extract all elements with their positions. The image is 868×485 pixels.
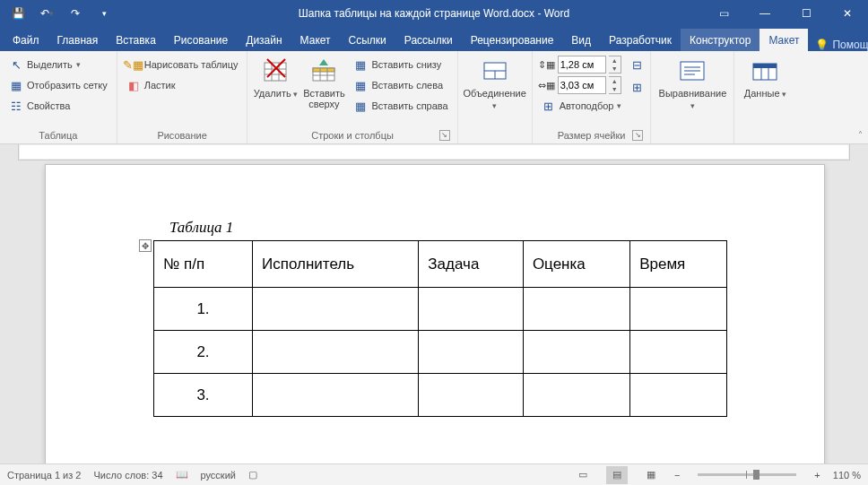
properties-button[interactable]: ☷Свойства: [5, 96, 111, 116]
col-width-input[interactable]: ⇔▦▲▼: [538, 75, 626, 95]
view-gridlines-button[interactable]: ▦Отобразить сетку: [5, 75, 111, 95]
table-header-cell[interactable]: № п/п: [154, 241, 253, 288]
zoom-level[interactable]: 110 %: [833, 470, 861, 481]
redo-button[interactable]: ↷: [65, 3, 86, 24]
macro-record-icon: ▢: [248, 469, 257, 481]
row-height-spinner[interactable]: ▲▼: [609, 56, 621, 74]
insert-above-button[interactable]: Вставить сверху: [301, 55, 346, 128]
cursor-icon: ↖: [9, 57, 23, 72]
status-bar: Страница 1 из 2 Число слов: 34 📖 русский…: [0, 463, 868, 485]
undo-button[interactable]: ↶: [36, 3, 57, 24]
zoom-slider-thumb[interactable]: [753, 470, 760, 480]
table-cell[interactable]: [523, 288, 629, 331]
macro-status[interactable]: ▢: [248, 469, 257, 481]
table-cell[interactable]: 2.: [154, 331, 253, 374]
maximize-button[interactable]: ☐: [786, 0, 827, 27]
tab-mailings[interactable]: Рассылки: [395, 29, 462, 51]
table-cell[interactable]: [630, 288, 727, 331]
svg-rect-21: [753, 64, 777, 68]
tab-table-layout[interactable]: Макет: [760, 29, 808, 51]
eraser-button[interactable]: ◧Ластик: [123, 75, 242, 95]
table-header-cell[interactable]: Исполнитель: [253, 241, 419, 288]
tell-me-search[interactable]: 💡 Помощн: [808, 39, 868, 51]
table-cell[interactable]: [253, 331, 419, 374]
alignment-button[interactable]: Выравнивание: [656, 55, 728, 139]
data-button[interactable]: Данные: [740, 55, 790, 139]
row-height-input[interactable]: ⇕▦▲▼: [538, 55, 626, 74]
table-row[interactable]: 3.: [154, 374, 727, 417]
document-table[interactable]: № п/п Исполнитель Задача Оценка Время 1.…: [153, 240, 727, 417]
tab-review[interactable]: Рецензирование: [462, 29, 563, 51]
title-bar: 💾 ↶ ↷ ▾ Шапка таблицы на каждой странице…: [0, 0, 868, 27]
web-layout-view-button[interactable]: ▦: [640, 466, 662, 484]
zoom-slider[interactable]: [698, 473, 796, 476]
table-cell[interactable]: [253, 374, 419, 417]
tab-layout[interactable]: Макет: [291, 29, 340, 51]
spellcheck-status[interactable]: 📖: [176, 469, 188, 481]
page-number-status[interactable]: Страница 1 из 2: [7, 470, 81, 481]
autofit-button[interactable]: ⊞Автоподбор: [538, 96, 626, 116]
draw-table-button[interactable]: ✎▦Нарисовать таблицу: [123, 55, 242, 74]
table-cell[interactable]: 1.: [154, 288, 253, 331]
table-header-cell[interactable]: Время: [630, 241, 727, 288]
group-alignment-label: [656, 139, 728, 143]
distribute-cols-icon: ⊞: [629, 80, 644, 94]
collapse-ribbon-button[interactable]: ˄: [858, 130, 863, 140]
horizontal-ruler[interactable]: [18, 144, 850, 160]
table-row[interactable]: 1.: [154, 288, 727, 331]
table-cell[interactable]: [419, 288, 524, 331]
language-status[interactable]: русский: [201, 470, 236, 481]
col-width-field[interactable]: [558, 76, 606, 94]
rows-cols-dialog-launcher[interactable]: ↘: [439, 130, 450, 141]
autofit-icon: ⊞: [542, 99, 556, 113]
tab-view[interactable]: Вид: [562, 29, 600, 51]
table-row[interactable]: 2.: [154, 331, 727, 374]
distribute-cols-button[interactable]: ⊞: [629, 77, 645, 97]
table-cell[interactable]: [523, 331, 629, 374]
save-icon[interactable]: 💾: [7, 3, 29, 24]
read-mode-view-button[interactable]: ▭: [572, 466, 594, 484]
close-button[interactable]: ✕: [827, 0, 868, 27]
tab-references[interactable]: Ссылки: [340, 29, 395, 51]
tab-file[interactable]: Файл: [4, 29, 48, 51]
ribbon-display-options-button[interactable]: ▭: [703, 0, 744, 27]
table-header-row[interactable]: № п/п Исполнитель Задача Оценка Время: [154, 241, 727, 288]
tab-draw[interactable]: Рисование: [165, 29, 237, 51]
delete-button[interactable]: Удалить: [253, 55, 298, 128]
table-cell[interactable]: [523, 374, 629, 417]
data-icon: [751, 56, 779, 85]
table-move-handle[interactable]: ✥: [139, 239, 152, 252]
cell-size-dialog-launcher[interactable]: ↘: [632, 130, 643, 141]
table-header-cell[interactable]: Задача: [419, 241, 524, 288]
table-cell[interactable]: [630, 331, 727, 374]
alignment-icon: [678, 56, 707, 85]
table-caption[interactable]: Таблица 1: [169, 219, 716, 237]
minimize-button[interactable]: ―: [744, 0, 786, 27]
tab-design[interactable]: Дизайн: [237, 29, 291, 51]
ribbon: ↖Выделить ▦Отобразить сетку ☷Свойства Та…: [0, 51, 868, 144]
select-button[interactable]: ↖Выделить: [5, 55, 111, 74]
table-cell[interactable]: [630, 374, 727, 417]
insert-below-button[interactable]: ▦Вставить снизу: [350, 55, 451, 74]
zoom-in-button[interactable]: +: [814, 470, 820, 481]
insert-right-button[interactable]: ▦Вставить справа: [350, 96, 451, 116]
table-cell[interactable]: [419, 331, 524, 374]
tab-developer[interactable]: Разработчик: [600, 29, 681, 51]
tab-table-design[interactable]: Конструктор: [681, 29, 760, 51]
document-page[interactable]: Таблица 1 ✥ № п/п Исполнитель Задача Оце…: [45, 164, 825, 463]
insert-left-button[interactable]: ▦Вставить слева: [350, 75, 451, 95]
zoom-out-button[interactable]: −: [674, 470, 680, 481]
tab-home[interactable]: Главная: [48, 29, 108, 51]
row-height-field[interactable]: [558, 56, 606, 74]
word-count-status[interactable]: Число слов: 34: [93, 470, 162, 481]
table-cell[interactable]: [253, 288, 419, 331]
print-layout-view-button[interactable]: ▤: [606, 466, 628, 484]
table-cell[interactable]: 3.: [154, 374, 253, 417]
table-cell[interactable]: [419, 374, 524, 417]
table-header-cell[interactable]: Оценка: [523, 241, 629, 288]
tab-insert[interactable]: Вставка: [107, 29, 165, 51]
qat-customize-button[interactable]: ▾: [93, 3, 115, 24]
distribute-rows-button[interactable]: ⊟: [629, 55, 645, 74]
col-width-spinner[interactable]: ▲▼: [609, 76, 621, 94]
merge-button[interactable]: Объединение: [464, 55, 526, 139]
